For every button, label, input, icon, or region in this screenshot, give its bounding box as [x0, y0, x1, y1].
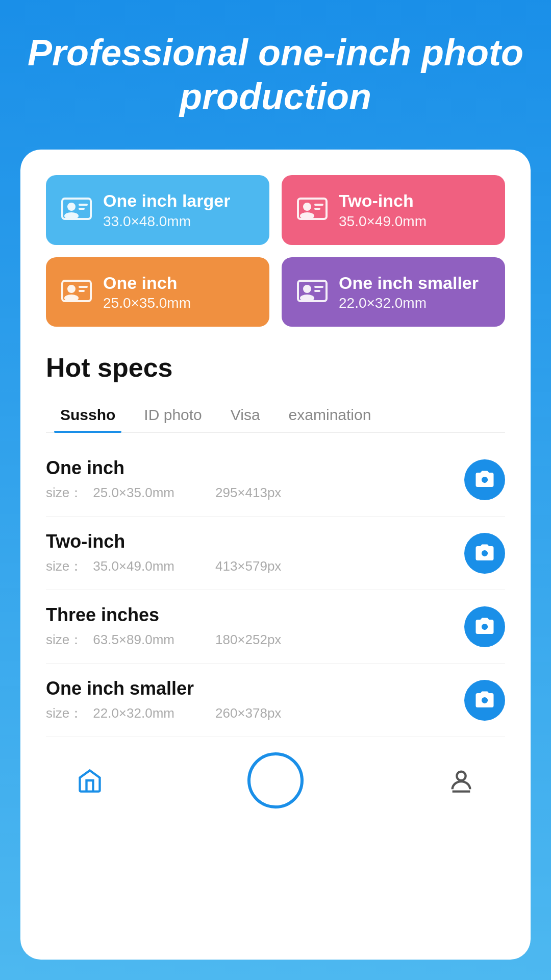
- camera-button-one-inch-smaller[interactable]: [464, 680, 505, 721]
- svg-rect-3: [79, 208, 85, 210]
- photo-card-text-one-inch: One inch 25.0×35.0mm: [103, 273, 191, 312]
- spec-item-two-inch: Two-inch size： 35.0×49.0mm 413×579px: [46, 517, 505, 590]
- svg-point-20: [457, 772, 465, 780]
- spec-item-one-inch-smaller: One inch smaller size： 22.0×32.0mm 260×3…: [46, 664, 505, 737]
- svg-rect-18: [314, 290, 320, 292]
- photo-card-size: 22.0×32.0mm: [339, 295, 479, 311]
- photo-card-two-inch[interactable]: Two-inch 35.0×49.0mm: [282, 175, 505, 245]
- photo-card-one-inch-smaller[interactable]: One inch smaller 22.0×32.0mm: [282, 257, 505, 327]
- spec-size-label: size：: [46, 704, 83, 722]
- photo-card-one-inch[interactable]: One inch 25.0×35.0mm: [46, 257, 269, 327]
- spec-px: 295×413px: [215, 485, 281, 501]
- home-nav-button[interactable]: [77, 767, 103, 794]
- tab-visa[interactable]: Visa: [216, 398, 274, 432]
- svg-rect-17: [314, 286, 323, 288]
- spec-mm: 22.0×32.0mm: [93, 705, 174, 721]
- id-card-icon-pink: [296, 192, 329, 227]
- spec-size-label: size：: [46, 484, 83, 502]
- svg-point-19: [300, 295, 314, 302]
- tab-examination[interactable]: examination: [274, 398, 386, 432]
- photo-card-text-one-inch-larger: One inch larger 33.0×48.0mm: [103, 190, 230, 230]
- svg-point-16: [303, 285, 311, 293]
- id-card-icon-purple: [296, 275, 329, 309]
- spec-list: One inch size： 25.0×35.0mm 295×413px Two…: [46, 443, 505, 737]
- bottom-nav: [46, 742, 505, 814]
- spec-details: size： 35.0×49.0mm 413×579px: [46, 557, 464, 575]
- camera-button-two-inch[interactable]: [464, 533, 505, 574]
- svg-rect-12: [79, 286, 88, 288]
- svg-point-1: [67, 203, 76, 211]
- photo-card-title: One inch smaller: [339, 273, 479, 293]
- spec-details: size： 63.5×89.0mm 180×252px: [46, 631, 464, 649]
- photo-card-title: Two-inch: [339, 190, 427, 211]
- spec-details: size： 22.0×32.0mm 260×378px: [46, 704, 464, 722]
- spec-name: One inch: [46, 457, 464, 479]
- main-card: One inch larger 33.0×48.0mm Two-inch 35.…: [20, 150, 531, 960]
- tab-bar: Sussho ID photo Visa examination: [46, 398, 505, 433]
- spec-mm: 25.0×35.0mm: [93, 485, 174, 501]
- svg-rect-2: [79, 204, 88, 206]
- camera-button-one-inch[interactable]: [464, 459, 505, 500]
- svg-point-11: [67, 285, 76, 293]
- photo-card-text-two-inch: Two-inch 35.0×49.0mm: [339, 190, 427, 230]
- svg-point-14: [64, 295, 79, 302]
- spec-px: 413×579px: [215, 558, 281, 574]
- photo-card-size: 35.0×49.0mm: [339, 213, 427, 230]
- spec-item-one-inch: One inch size： 25.0×35.0mm 295×413px: [46, 443, 505, 517]
- spec-size-label: size：: [46, 557, 83, 575]
- photo-card-one-inch-larger[interactable]: One inch larger 33.0×48.0mm: [46, 175, 269, 245]
- tab-id-photo[interactable]: ID photo: [130, 398, 216, 432]
- center-capture-button[interactable]: [247, 752, 304, 808]
- profile-nav-button[interactable]: [448, 767, 474, 794]
- id-card-icon-blue: [60, 192, 93, 227]
- svg-point-9: [300, 212, 314, 219]
- spec-size-label: size：: [46, 631, 83, 649]
- photo-grid: One inch larger 33.0×48.0mm Two-inch 35.…: [46, 175, 505, 327]
- spec-item-three-inches: Three inches size： 63.5×89.0mm 180×252px: [46, 590, 505, 664]
- spec-name: One inch smaller: [46, 678, 464, 699]
- photo-card-title: One inch: [103, 273, 191, 293]
- photo-card-size: 33.0×48.0mm: [103, 213, 230, 230]
- photo-card-title: One inch larger: [103, 190, 230, 211]
- photo-card-text-one-inch-smaller: One inch smaller 22.0×32.0mm: [339, 273, 479, 312]
- spec-name: Two-inch: [46, 531, 464, 552]
- svg-point-4: [64, 212, 79, 219]
- svg-rect-7: [314, 204, 323, 206]
- id-card-icon-orange: [60, 275, 93, 309]
- spec-mm: 35.0×49.0mm: [93, 558, 174, 574]
- hot-specs-title: Hot specs: [46, 352, 505, 383]
- spec-name: Three inches: [46, 604, 464, 626]
- hero-title: Professional one-inch photo production: [20, 31, 531, 119]
- spec-mm: 63.5×89.0mm: [93, 632, 174, 648]
- svg-point-6: [303, 203, 311, 211]
- spec-details: size： 25.0×35.0mm 295×413px: [46, 484, 464, 502]
- camera-button-three-inches[interactable]: [464, 606, 505, 647]
- spec-px: 260×378px: [215, 705, 281, 721]
- photo-card-size: 25.0×35.0mm: [103, 295, 191, 311]
- spec-px: 180×252px: [215, 632, 281, 648]
- svg-rect-8: [314, 208, 320, 210]
- tab-sussho[interactable]: Sussho: [46, 398, 130, 432]
- svg-rect-13: [79, 290, 85, 292]
